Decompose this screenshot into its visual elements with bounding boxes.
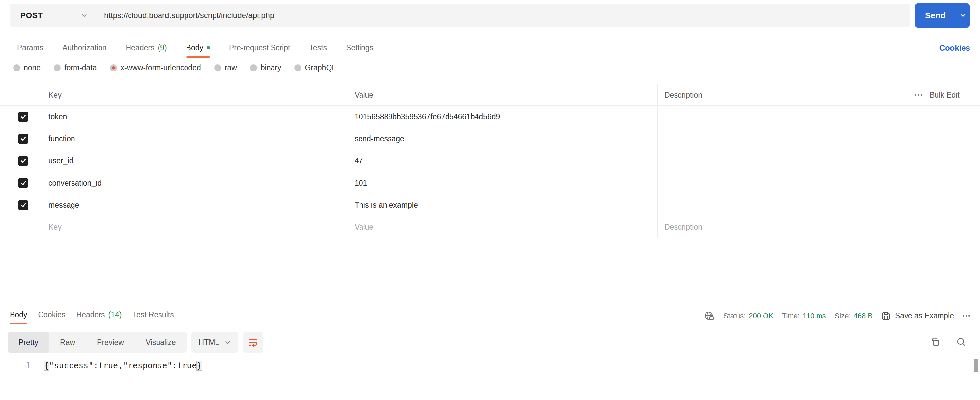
tab-pre-request-script[interactable]: Pre-request Script [229,43,290,54]
param-description[interactable] [657,128,908,149]
tab-tests[interactable]: Tests [309,43,327,54]
body-type-raw[interactable]: raw [214,63,237,72]
network-globe-icon[interactable] [703,310,715,322]
urlencoded-params-table: Key Value Description Bulk Edit token 10… [0,84,980,238]
param-key[interactable]: conversation_id [41,172,348,194]
cookies-link[interactable]: Cookies [939,43,970,53]
status-badge: Status: 200 OK [723,312,773,320]
body-type-selector: none form-data x-www-form-urlencoded raw… [13,63,336,72]
more-actions-icon[interactable] [915,94,922,96]
view-tab-pretty[interactable]: Pretty [8,332,49,352]
param-value[interactable]: This is an example [348,194,657,216]
method-selector[interactable]: POST [10,11,94,20]
time-badge: Time: 110 ms [782,312,826,320]
response-tab-headers[interactable]: Headers(14) [76,310,122,321]
body-modified-dot-icon [207,46,210,49]
tab-params[interactable]: Params [17,43,43,54]
row-actions-cell [908,106,980,127]
table-row-token: token 101565889bb3595367fe67d54661b4d56d… [0,106,980,128]
column-header-description: Description [657,84,908,105]
table-row-message: message This is an example [0,194,980,216]
param-key[interactable]: function [41,128,348,149]
row-actions-cell [908,216,980,238]
request-tabs: Params Authorization Headers(9) Body Pre… [17,40,373,57]
radio-icon [294,64,301,71]
param-key[interactable]: message [41,194,348,216]
param-value-placeholder[interactable]: Value [348,216,657,238]
line-number: 1 [0,361,30,370]
send-button-label: Send [915,11,956,21]
json-response-text: {"success":true,"response":true} [44,361,202,370]
body-type-binary[interactable]: binary [250,63,282,72]
send-options-chevron-icon[interactable] [956,11,970,19]
tab-headers[interactable]: Headers(9) [126,43,167,54]
row-checkbox-checked[interactable] [18,112,28,122]
send-button[interactable]: Send [915,3,970,28]
chevron-down-icon [81,12,88,19]
response-tab-body[interactable]: Body [10,310,27,321]
response-view-switcher: Pretty Raw Preview Visualize [8,332,187,352]
request-url-bar: POST [10,4,910,27]
size-badge: Size: 468 B [835,312,873,320]
response-body-tools [930,337,967,348]
table-actions-cell: Bulk Edit [908,84,980,105]
view-tab-preview[interactable]: Preview [86,332,135,352]
tab-body[interactable]: Body [186,43,210,54]
table-row-user-id: user_id 47 [0,150,980,172]
save-icon [881,311,891,321]
param-key-placeholder[interactable]: Key [41,216,348,238]
param-value[interactable]: 47 [348,150,657,171]
param-description[interactable] [657,150,908,171]
response-meta: Status: 200 OK Time: 110 ms Size: 468 B [703,310,970,322]
scrollbar-thumb[interactable] [974,359,978,371]
param-key[interactable]: user_id [41,150,348,171]
radio-selected-icon [110,64,117,71]
response-body-editor[interactable]: 1 {"success":true,"response":true} [0,361,967,370]
response-more-options-icon[interactable] [963,315,970,317]
wrap-text-button[interactable] [243,332,263,352]
row-actions-cell [908,150,980,171]
response-tab-test-results[interactable]: Test Results [132,310,173,321]
response-toolbar: Pretty Raw Preview Visualize HTML [8,332,980,352]
row-actions-cell [908,194,980,216]
headers-count: (9) [158,43,167,52]
body-type-none[interactable]: none [13,63,41,72]
bulk-edit-button[interactable]: Bulk Edit [929,90,959,100]
param-key[interactable]: token [41,106,348,127]
param-value[interactable]: send-message [348,128,657,149]
postman-request-view: POST Send Params Authorization Headers(9… [0,0,980,400]
column-header-key: Key [41,84,348,105]
response-headers-count: (14) [108,310,122,319]
view-tab-visualize[interactable]: Visualize [135,332,187,352]
response-tab-cookies[interactable]: Cookies [38,310,65,321]
param-value[interactable]: 101 [348,172,657,194]
body-type-form-data[interactable]: form-data [54,63,97,72]
row-checkbox-checked[interactable] [18,134,28,144]
row-checkbox-checked[interactable] [18,178,28,188]
row-checkbox-checked[interactable] [18,156,28,166]
table-row-empty: Key Value Description [0,216,980,238]
copy-icon[interactable] [930,337,941,348]
wrap-text-icon [247,337,259,348]
search-icon[interactable] [956,337,967,348]
body-type-graphql[interactable]: GraphQL [294,63,336,72]
save-as-example-button[interactable]: Save as Example [881,311,954,321]
body-type-x-www-form-urlencoded[interactable]: x-www-form-urlencoded [110,63,201,72]
param-description-placeholder[interactable]: Description [657,216,908,238]
format-dropdown[interactable]: HTML [191,332,239,352]
table-row-function: function send-message [0,128,980,150]
header-checkbox-cell [0,84,41,105]
table-row-conversation-id: conversation_id 101 [0,172,980,194]
param-description[interactable] [657,106,908,127]
view-tab-raw[interactable]: Raw [49,332,86,352]
response-tabs: Body Cookies Headers(14) Test Results [10,310,174,321]
param-description[interactable] [657,194,908,216]
param-value[interactable]: 101565889bb3595367fe67d54661b4d56d9 [348,106,657,127]
row-checkbox-checked[interactable] [18,200,28,210]
tab-authorization[interactable]: Authorization [62,43,107,54]
code-line: 1 {"success":true,"response":true} [0,361,967,370]
tab-settings[interactable]: Settings [346,43,373,54]
url-input[interactable] [94,4,910,27]
format-dropdown-value: HTML [199,338,220,347]
param-description[interactable] [657,172,908,194]
